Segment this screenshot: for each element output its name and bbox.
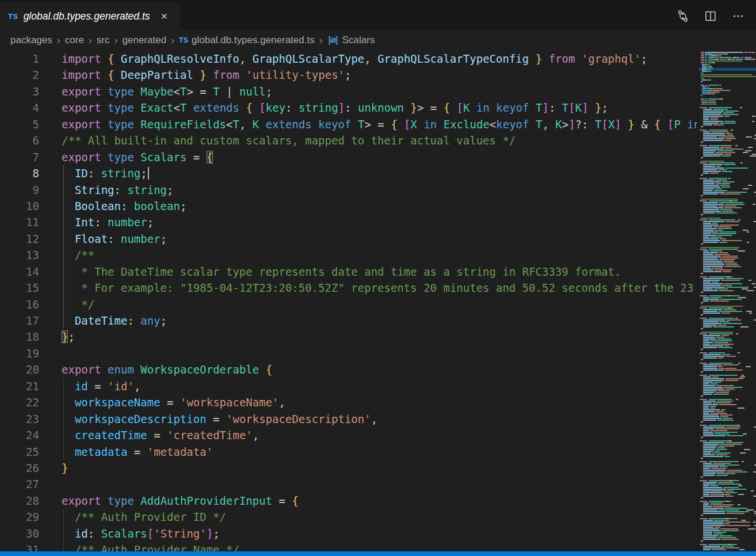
code-line[interactable]: 5export type RequireFields<T, K extends … bbox=[0, 116, 697, 132]
line-content[interactable]: /** Auth Provider Name */ bbox=[39, 542, 697, 551]
breadcrumb-item-file[interactable]: TS global.db.types.generated.ts bbox=[179, 35, 315, 46]
line-number[interactable]: 7 bbox=[0, 149, 39, 165]
line-number[interactable]: 17 bbox=[0, 313, 39, 329]
code-line[interactable]: 26} bbox=[0, 460, 697, 476]
line-number[interactable]: 25 bbox=[0, 444, 39, 460]
line-number[interactable]: 26 bbox=[0, 460, 39, 476]
line-number[interactable]: 23 bbox=[0, 411, 39, 427]
line-content[interactable]: import { DeepPartial } from 'utility-typ… bbox=[39, 67, 697, 83]
line-content[interactable]: id = 'id', bbox=[39, 378, 697, 394]
code-line[interactable]: 27 bbox=[0, 476, 697, 492]
tab-global-db-types[interactable]: TS global.db.types.generated.ts × bbox=[0, 2, 180, 30]
line-number[interactable]: 9 bbox=[0, 182, 39, 198]
close-icon[interactable]: × bbox=[161, 10, 168, 22]
code-line[interactable]: 25 metadata = 'metadata' bbox=[0, 444, 697, 460]
code-line[interactable]: 18}; bbox=[0, 329, 697, 345]
code-line[interactable]: 1import { GraphQLResolveInfo, GraphQLSca… bbox=[0, 51, 697, 67]
line-content[interactable]: /** All built-in and custom scalars, map… bbox=[39, 132, 697, 148]
line-content[interactable]: /** bbox=[39, 247, 697, 263]
code-line[interactable]: 14 * The DateTime scalar type represents… bbox=[0, 264, 697, 280]
code-line[interactable]: 19 bbox=[0, 345, 697, 361]
line-number[interactable]: 18 bbox=[0, 329, 39, 345]
code-line[interactable]: 11 Int: number; bbox=[0, 214, 697, 230]
line-content[interactable]: /** Auth Provider ID */ bbox=[39, 509, 697, 525]
line-number[interactable]: 30 bbox=[0, 525, 39, 542]
code-line[interactable]: 17 DateTime: any; bbox=[0, 313, 697, 329]
code-line[interactable]: 15 * For example: "1985-04-12T23:20:50.5… bbox=[0, 280, 697, 296]
line-number[interactable]: 1 bbox=[0, 51, 39, 67]
line-number[interactable]: 19 bbox=[0, 345, 39, 361]
line-content[interactable]: }; bbox=[39, 329, 697, 345]
code-line[interactable]: 7export type Scalars = { bbox=[0, 149, 697, 165]
line-number[interactable]: 24 bbox=[0, 427, 39, 443]
breadcrumb-item-symbol[interactable]: Scalars bbox=[327, 35, 375, 46]
code-line[interactable]: 20export enum WorkspaceOrderable { bbox=[0, 361, 697, 378]
line-number[interactable]: 3 bbox=[0, 83, 39, 100]
line-number[interactable]: 22 bbox=[0, 394, 39, 410]
line-content[interactable]: export type RequireFields<T, K extends k… bbox=[39, 116, 697, 132]
line-content[interactable]: * For example: "1985-04-12T23:20:50.52Z"… bbox=[39, 280, 697, 296]
line-number[interactable]: 27 bbox=[0, 476, 39, 492]
line-content[interactable]: metadata = 'metadata' bbox=[39, 444, 697, 460]
code-line[interactable]: 24 createdTime = 'createdTime', bbox=[0, 427, 697, 443]
code-line[interactable]: 22 workspaceName = 'workspaceName', bbox=[0, 394, 697, 410]
line-content[interactable] bbox=[39, 345, 697, 361]
line-number[interactable]: 12 bbox=[0, 231, 39, 247]
open-changes-button[interactable] bbox=[673, 6, 693, 26]
code-line[interactable]: 4export type Exact<T extends { [key: str… bbox=[0, 100, 697, 116]
line-content[interactable]: export type AddAuthProviderInput = { bbox=[39, 493, 697, 509]
line-number[interactable]: 29 bbox=[0, 509, 39, 525]
code-line[interactable]: 23 workspaceDescription = 'workspaceDesc… bbox=[0, 411, 697, 427]
line-number[interactable]: 14 bbox=[0, 264, 39, 280]
line-content[interactable]: } bbox=[39, 460, 697, 476]
code-line[interactable]: 13 /** bbox=[0, 247, 697, 263]
line-content[interactable]: Int: number; bbox=[39, 214, 697, 230]
line-content[interactable]: Float: number; bbox=[39, 231, 697, 247]
breadcrumb-item-core[interactable]: core bbox=[65, 35, 84, 46]
line-content[interactable]: export type Scalars = { bbox=[39, 149, 697, 165]
line-number[interactable]: 21 bbox=[0, 378, 39, 394]
code-line[interactable]: 31 /** Auth Provider Name */ bbox=[0, 542, 697, 551]
line-content[interactable]: export enum WorkspaceOrderable { bbox=[39, 361, 697, 378]
split-editor-button[interactable] bbox=[701, 6, 720, 26]
code-line[interactable]: 30 id: Scalars['String']; bbox=[0, 525, 697, 542]
line-content[interactable]: import { GraphQLResolveInfo, GraphQLScal… bbox=[39, 51, 697, 67]
line-number[interactable]: 16 bbox=[0, 296, 39, 313]
breadcrumb-item-packages[interactable]: packages bbox=[10, 35, 52, 46]
minimap[interactable] bbox=[697, 51, 756, 551]
code-area[interactable]: 1import { GraphQLResolveInfo, GraphQLSca… bbox=[0, 51, 697, 551]
line-content[interactable]: workspaceName = 'workspaceName', bbox=[39, 394, 697, 410]
code-line[interactable]: 6/** All built-in and custom scalars, ma… bbox=[0, 132, 697, 148]
line-number[interactable]: 11 bbox=[0, 214, 39, 230]
code-line[interactable]: 28export type AddAuthProviderInput = { bbox=[0, 493, 697, 509]
code-line[interactable]: 29 /** Auth Provider ID */ bbox=[0, 509, 697, 525]
line-number[interactable]: 2 bbox=[0, 67, 39, 83]
line-number[interactable]: 31 bbox=[0, 542, 39, 551]
code-line[interactable]: 21 id = 'id', bbox=[0, 378, 697, 394]
line-number[interactable]: 4 bbox=[0, 100, 39, 116]
code-line[interactable]: 8 ID: string; bbox=[0, 165, 697, 181]
code-line[interactable]: 2import { DeepPartial } from 'utility-ty… bbox=[0, 67, 697, 83]
line-content[interactable] bbox=[39, 476, 697, 492]
line-number[interactable]: 20 bbox=[0, 361, 39, 378]
line-number[interactable]: 28 bbox=[0, 493, 39, 509]
line-number[interactable]: 6 bbox=[0, 132, 39, 148]
line-number[interactable]: 13 bbox=[0, 247, 39, 263]
code-line[interactable]: 9 String: string; bbox=[0, 182, 697, 198]
more-actions-button[interactable] bbox=[728, 6, 748, 26]
code-line[interactable]: 10 Boolean: boolean; bbox=[0, 198, 697, 214]
line-content[interactable]: id: Scalars['String']; bbox=[39, 525, 697, 542]
line-content[interactable]: createdTime = 'createdTime', bbox=[39, 427, 697, 443]
line-number[interactable]: 10 bbox=[0, 198, 39, 214]
line-content[interactable]: DateTime: any; bbox=[39, 313, 697, 329]
line-content[interactable]: Boolean: boolean; bbox=[39, 198, 697, 214]
line-number[interactable]: 15 bbox=[0, 280, 39, 296]
line-content[interactable]: String: string; bbox=[39, 182, 697, 198]
breadcrumb-item-src[interactable]: src bbox=[97, 35, 110, 46]
breadcrumb-item-generated[interactable]: generated bbox=[123, 35, 167, 46]
line-content[interactable]: */ bbox=[39, 296, 697, 313]
line-content[interactable]: export type Maybe<T> = T | null; bbox=[39, 83, 697, 100]
line-number[interactable]: 8 bbox=[0, 165, 39, 181]
code-line[interactable]: 16 */ bbox=[0, 296, 697, 313]
line-content[interactable]: * The DateTime scalar type represents da… bbox=[39, 264, 697, 280]
